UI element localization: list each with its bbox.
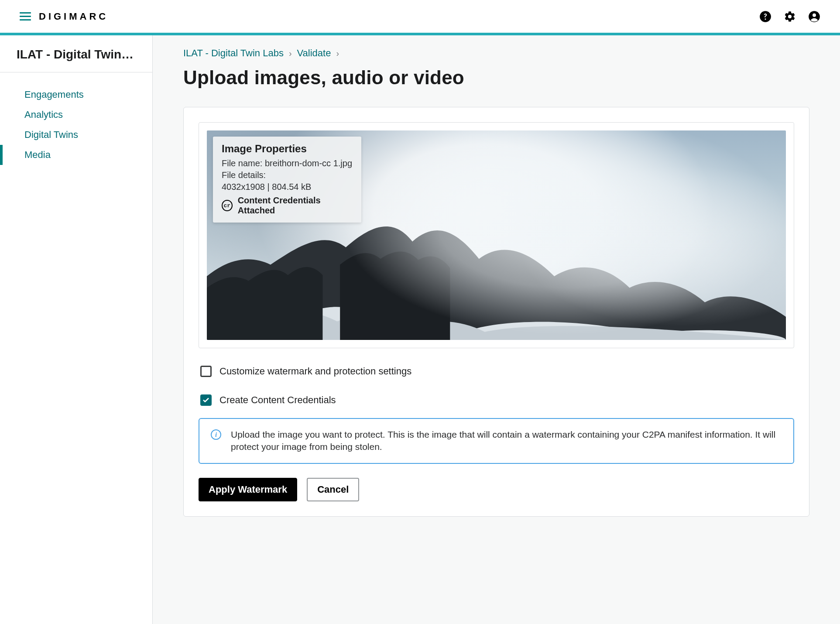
sidebar-item-digital-twins[interactable]: Digital Twins (0, 125, 152, 145)
option-create-content-credentials[interactable]: Create Content Credentials (200, 394, 792, 406)
image-properties-panel: Image Properties File name: breithorn-do… (213, 137, 361, 223)
sidebar-nav: Engagements Analytics Digital Twins Medi… (0, 72, 152, 177)
page-title: Upload images, audio or video (183, 67, 809, 89)
option-customize-watermark[interactable]: Customize watermark and protection setti… (200, 366, 792, 377)
help-icon[interactable] (759, 10, 771, 23)
content-credentials-icon: cr (222, 200, 233, 211)
main-content: ILAT - Digital Twin Labs › Validate › Up… (153, 35, 840, 624)
option-label: Customize watermark and protection setti… (219, 366, 411, 377)
breadcrumb: ILAT - Digital Twin Labs › Validate › (183, 48, 809, 59)
image-preview: Image Properties File name: breithorn-do… (207, 130, 786, 340)
content-credentials-indicator: cr Content Credentials Attached (222, 195, 353, 216)
sidebar-item-engagements[interactable]: Engagements (0, 85, 152, 105)
image-file-details: 4032x1908 | 804.54 kB (222, 181, 353, 193)
workspace-title: ILAT - Digital Twin L… (0, 35, 152, 72)
apply-watermark-button[interactable]: Apply Watermark (199, 478, 297, 501)
sidebar-item-analytics[interactable]: Analytics (0, 105, 152, 125)
image-preview-frame: Image Properties File name: breithorn-do… (199, 122, 794, 348)
cancel-button[interactable]: Cancel (307, 478, 359, 501)
info-icon: i (211, 429, 221, 440)
svg-point-3 (813, 13, 816, 17)
breadcrumb-validate[interactable]: Validate (297, 48, 331, 59)
menu-toggle[interactable] (20, 12, 31, 21)
chevron-right-icon: › (336, 48, 339, 58)
checkbox-unchecked-icon[interactable] (200, 366, 212, 377)
checkbox-checked-icon[interactable] (200, 394, 212, 406)
image-illustration (207, 214, 786, 340)
app-header: DIGIMARC (0, 0, 840, 33)
image-file-details-label: File details: (222, 169, 353, 181)
option-label: Create Content Credentials (219, 394, 336, 406)
image-properties-title: Image Properties (222, 143, 353, 155)
svg-point-1 (765, 18, 766, 20)
options-section: Customize watermark and protection setti… (199, 366, 794, 501)
sidebar-item-media[interactable]: Media (0, 145, 152, 165)
image-file-name: File name: breithorn-dom-cc 1.jpg (222, 158, 353, 169)
chevron-right-icon: › (289, 48, 292, 58)
account-icon[interactable] (808, 10, 820, 23)
action-row: Apply Watermark Cancel (199, 478, 794, 501)
info-text: Upload the image you want to protect. Th… (231, 429, 782, 453)
sidebar: ILAT - Digital Twin L… Engagements Analy… (0, 35, 153, 624)
info-banner: i Upload the image you want to protect. … (199, 418, 794, 464)
breadcrumb-workspace[interactable]: ILAT - Digital Twin Labs (183, 48, 284, 59)
gear-icon[interactable] (784, 10, 796, 23)
brand-wordmark: DIGIMARC (39, 11, 108, 22)
upload-card: Image Properties File name: breithorn-do… (183, 107, 809, 517)
